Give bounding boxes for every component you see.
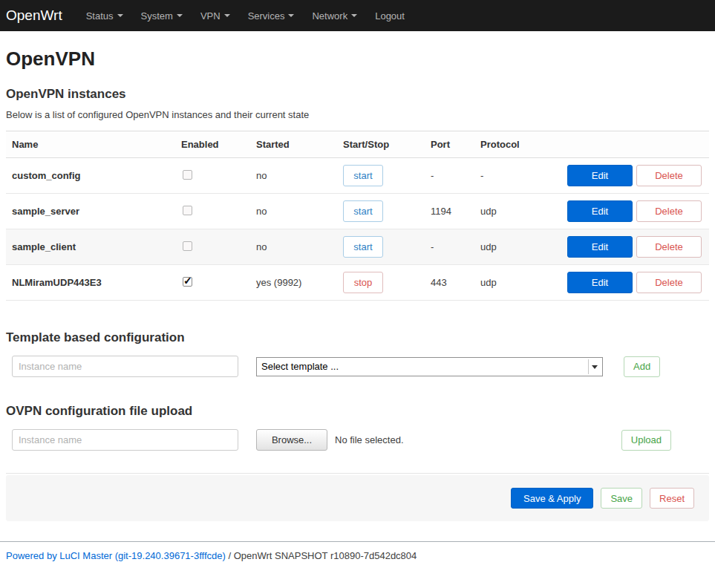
chevron-down-icon [288, 14, 294, 17]
nav-item-label: Status [86, 10, 114, 22]
nav-item-network[interactable]: Network [303, 0, 366, 31]
upload-section-heading: OVPN configuration file upload [6, 404, 709, 419]
top-navbar: OpenWrt StatusSystemVPNServicesNetworkLo… [0, 0, 715, 31]
nav-item-label: VPN [200, 10, 221, 22]
startstop-cell: start [337, 165, 425, 186]
nav-item-system[interactable]: System [132, 0, 192, 31]
instance-name: NLMiramUDP443E3 [6, 277, 175, 288]
port-value: - [425, 241, 474, 252]
save-button[interactable]: Save [601, 488, 642, 509]
upload-form-row: Browse... No file selected. Upload [12, 429, 709, 451]
instances-heading: OpenVPN instances [6, 87, 709, 102]
page-actions-bar: Save & Apply Save Reset [6, 475, 709, 521]
chevron-down-icon [351, 14, 357, 17]
template-form-row: Select template ... Add [12, 356, 709, 377]
nav-menu: StatusSystemVPNServicesNetworkLogout [77, 0, 414, 31]
row-actions: Edit Delete [552, 165, 709, 186]
table-row: NLMiramUDP443E3 yes (9992) stop 443 udp … [6, 265, 709, 301]
delete-button[interactable]: Delete [636, 272, 702, 293]
column-header-startstop: Start/Stop [337, 139, 425, 150]
page-footer: Powered by LuCI Master (git-19.240.39671… [0, 541, 715, 569]
row-actions: Edit Delete [552, 272, 709, 293]
table-body: custom_config no start - - Edit Delete s… [6, 158, 709, 301]
instance-name: sample_client [6, 241, 175, 252]
actions-separator [6, 473, 709, 474]
delete-button[interactable]: Delete [636, 236, 702, 258]
browse-button[interactable]: Browse... [256, 429, 327, 451]
start-button[interactable]: start [343, 236, 383, 258]
started-status: no [250, 206, 337, 217]
reset-button[interactable]: Reset [650, 488, 694, 509]
edit-button[interactable]: Edit [567, 272, 633, 293]
chevron-down-icon [117, 14, 123, 17]
startstop-cell: start [337, 200, 425, 222]
template-select-wrap: Select template ... [256, 357, 603, 376]
start-button[interactable]: start [343, 200, 383, 222]
enabled-checkbox[interactable] [183, 241, 192, 251]
instance-name: sample_server [6, 206, 175, 217]
table-row: custom_config no start - - Edit Delete [6, 158, 709, 194]
add-button[interactable]: Add [624, 356, 660, 377]
enabled-cell [175, 277, 250, 289]
nav-item-services[interactable]: Services [239, 0, 304, 31]
enabled-checkbox[interactable] [183, 206, 192, 215]
edit-button[interactable]: Edit [567, 200, 633, 222]
column-header-port: Port [425, 139, 474, 150]
protocol-value: udp [474, 206, 552, 217]
start-button[interactable]: start [343, 165, 383, 186]
nav-item-status[interactable]: Status [77, 0, 132, 31]
template-instance-name-input[interactable] [12, 356, 238, 377]
chevron-down-icon [224, 14, 230, 17]
instances-description: Below is a list of configured OpenVPN in… [6, 109, 709, 120]
table-row: sample_client no start - udp Edit Delete [6, 229, 709, 265]
luci-version-link[interactable]: Powered by LuCI Master (git-19.240.39671… [6, 550, 226, 561]
enabled-checkbox[interactable] [183, 277, 192, 287]
brand-logo[interactable]: OpenWrt [6, 7, 62, 24]
edit-button[interactable]: Edit [567, 165, 633, 186]
nav-item-label: Network [312, 10, 347, 22]
enabled-cell [175, 206, 250, 218]
column-header-name: Name [6, 139, 175, 150]
port-value: 1194 [425, 206, 474, 217]
enabled-cell [175, 170, 250, 182]
started-status: yes (9992) [250, 277, 337, 288]
startstop-cell: stop [337, 272, 425, 293]
delete-button[interactable]: Delete [636, 200, 702, 222]
upload-instance-name-input[interactable] [12, 429, 238, 451]
started-status: no [250, 170, 337, 181]
delete-button[interactable]: Delete [636, 165, 702, 186]
firmware-version-text: / OpenWrt SNAPSHOT r10890-7d542dc804 [226, 550, 417, 561]
enabled-cell [175, 241, 250, 253]
protocol-value: - [474, 170, 552, 181]
chevron-down-icon [177, 14, 183, 17]
protocol-value: udp [474, 241, 552, 252]
port-value: - [425, 170, 474, 181]
row-actions: Edit Delete [552, 200, 709, 222]
startstop-cell: start [337, 236, 425, 258]
instance-name: custom_config [6, 170, 175, 181]
nav-item-label: Services [248, 10, 285, 22]
no-file-selected-text: No file selected. [335, 434, 404, 445]
save-apply-button[interactable]: Save & Apply [511, 488, 593, 509]
page-title: OpenVPN [6, 48, 709, 71]
column-header-enabled: Enabled [175, 139, 250, 150]
instances-table: Name Enabled Started Start/Stop Port Pro… [6, 131, 709, 301]
page-content: OpenVPN OpenVPN instances Below is a lis… [0, 48, 715, 521]
column-header-protocol: Protocol [474, 139, 552, 150]
nav-item-label: System [141, 10, 173, 22]
enabled-checkbox[interactable] [183, 170, 192, 180]
upload-button[interactable]: Upload [621, 430, 671, 451]
template-section-heading: Template based configuration [6, 330, 709, 345]
template-select[interactable]: Select template ... [256, 357, 603, 376]
nav-item-logout[interactable]: Logout [366, 0, 414, 31]
port-value: 443 [425, 277, 474, 288]
protocol-value: udp [474, 277, 552, 288]
stop-button[interactable]: stop [343, 272, 383, 293]
table-header-row: Name Enabled Started Start/Stop Port Pro… [6, 131, 709, 158]
row-actions: Edit Delete [552, 236, 709, 258]
edit-button[interactable]: Edit [567, 236, 633, 258]
nav-item-vpn[interactable]: VPN [192, 0, 239, 31]
table-row: sample_server no start 1194 udp Edit Del… [6, 194, 709, 229]
started-status: no [250, 241, 337, 252]
column-header-started: Started [250, 139, 337, 150]
